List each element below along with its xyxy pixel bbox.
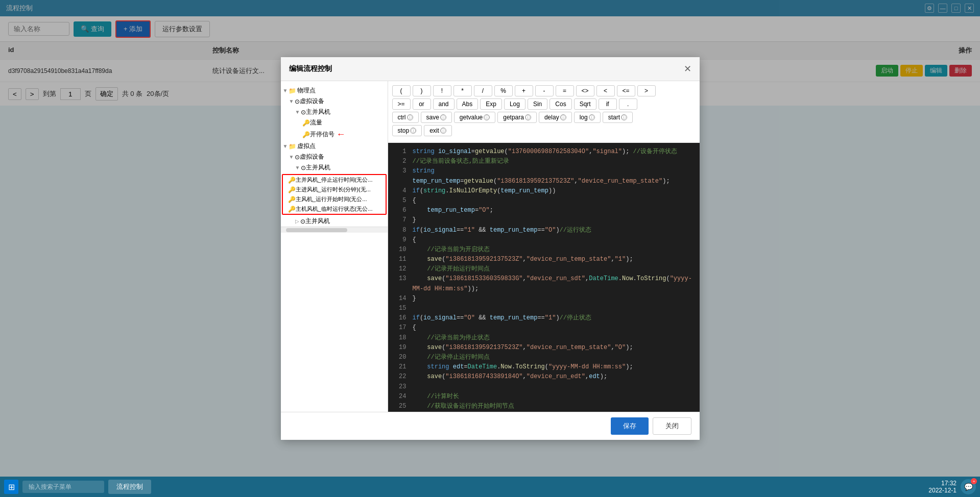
code-line: 19 save("i38618139592137523Z","device_ru… [388,343,700,353]
op-stop[interactable]: stop ⓘ [392,125,422,136]
op-sqrt[interactable]: Sqrt [574,98,596,110]
tree-item-physics[interactable]: ▼ 📁 物理点 [281,85,388,96]
op-plus[interactable]: + [515,85,533,96]
op-paren-open[interactable]: ( [392,85,411,96]
op-exp[interactable]: Exp [480,98,502,110]
op-greater-eq[interactable]: >= [392,98,411,110]
code-line: 14 } [388,294,700,304]
op-or[interactable]: or [413,98,431,110]
code-line: 17 { [388,323,700,333]
chat-button[interactable]: 💬 + [961,479,976,494]
op-save[interactable]: save ⓘ [421,112,452,123]
code-line: 9 { [388,235,700,245]
op-getvalue[interactable]: getvalue ⓘ [454,112,495,123]
tree-item-virtual-device[interactable]: ▼ ⊙ 虚拟设备 [281,96,388,107]
op-getpara[interactable]: getpara ⓘ [497,112,537,123]
info-icon: ⓘ [410,128,416,134]
tree-item-main-fan[interactable]: ▼ ⊙ 主并风机 [281,107,388,117]
code-line: 7 } [388,215,700,225]
info-icon: ⓘ [407,114,413,120]
windows-logo[interactable]: ⊞ [4,480,18,494]
tree-label: 主风机_运行开始时间(无公... [296,195,367,203]
tree-label: 主进风机_运行时长(分钟)(无... [296,186,371,193]
expand-icon: ▼ [289,154,294,160]
op-minus[interactable]: - [535,85,554,96]
code-line: 10 //记录当前为开启状态 [388,245,700,255]
tree-item-stop-signal[interactable]: 🔑 开停信号 ← [281,128,388,141]
tree-panel: ▼ 📁 物理点 ▼ ⊙ 虚拟设备 ▼ ⊙ 主并风机 🔑 流量 [281,81,388,412]
tree-label: 主并风机 [306,163,330,172]
taskbar-app-button[interactable]: 流程控制 [108,480,151,494]
date-display: 2022-12-1 [928,487,957,494]
op-abs[interactable]: Abs [457,98,479,110]
op-greater[interactable]: > [637,85,656,96]
modal-close-button[interactable]: ✕ [684,63,691,74]
code-line: 13 save("i38618153360359833G","device_ru… [388,274,700,293]
tree-label: 主并风机 [305,217,330,226]
op-delay[interactable]: delay ⓘ [539,112,572,123]
tree-item-stop-time[interactable]: 🔑 主并风机_停止运行时间(无公... [283,175,386,185]
taskbar-search-input[interactable] [22,481,104,493]
tree-item-run-start[interactable]: 🔑 主风机_运行开始时间(无公... [283,194,386,204]
op-multiply[interactable]: * [453,85,472,96]
op-equals[interactable]: = [556,85,574,96]
op-if[interactable]: if [599,98,617,110]
op-paren-close[interactable]: ) [413,85,431,96]
op-exit[interactable]: exit ⓘ [424,125,452,136]
op-modulo[interactable]: % [494,85,513,96]
info-icon: ⓘ [440,114,446,120]
op-dot[interactable]: . [619,98,637,110]
signal-icon: 🔑 [288,206,296,213]
signal-icon: 🔑 [302,119,310,127]
tree-scrollbar[interactable] [281,227,388,233]
op-ctrl[interactable]: ctrl ⓘ [392,112,419,123]
close-modal-button[interactable]: 关闭 [653,417,691,435]
code-line: 12 //记录开始运行时间点 [388,264,700,274]
tree-item-main-fan2[interactable]: ▼ ⊙ 主并风机 [281,162,388,173]
expand-icon: ▼ [289,98,294,104]
right-panel: ( ) ! * / % + - = <> < <= > [388,81,700,412]
scrollbar-thumb [286,228,347,232]
tree-item-temp-state[interactable]: 🔑 主机风机_临时运行状态(无公... [283,204,386,214]
tree-item-virtual-point[interactable]: ▼ 📁 虚拟点 [281,141,388,152]
op-cos[interactable]: Cos [549,98,571,110]
code-line: 11 save("i38618139592137523Z","device_ru… [388,255,700,264]
tree-label: 虚拟点 [297,142,316,151]
signal-icon: 🔑 [302,131,310,138]
op-sin[interactable]: Sin [528,98,547,110]
code-line: 15 [388,304,700,313]
tree-label: 主并风机_停止运行时间(无公... [296,176,373,184]
modal-footer: 保存 关闭 [281,412,700,440]
tree-item-run-duration[interactable]: 🔑 主进风机_运行时长(分钟)(无... [283,185,386,194]
op-start[interactable]: start ⓘ [603,112,633,123]
code-line: 2 //记录当前设备状态,防止重新记录 [388,157,700,166]
expand-icon: ▼ [283,88,288,93]
edit-modal: 编辑流程控制 ✕ ▼ 📁 物理点 ▼ ⊙ 虚拟设备 ▼ [281,57,700,440]
tree-item-flow[interactable]: 🔑 流量 [281,117,388,128]
device-icon: ⊙ [301,164,306,171]
time-display: 17:32 [928,480,957,487]
op-not[interactable]: ! [433,85,451,96]
save-button[interactable]: 保存 [611,417,649,435]
taskbar: ⊞ 流程控制 17:32 2022-12-1 💬 + [0,477,980,497]
tree-label: 流量 [310,118,322,127]
op-not-equal[interactable]: <> [576,85,594,96]
op-less-eq[interactable]: <= [617,85,635,96]
tree-label: 主并风机 [306,108,330,116]
expand-icon: ▷ [295,218,299,224]
tree-label: 虚拟设备 [300,97,324,106]
op-less[interactable]: < [596,85,615,96]
op-divide[interactable]: / [474,85,492,96]
op-log[interactable]: Log [504,98,525,110]
tree-item-virtual-device2[interactable]: ▼ ⊙ 虚拟设备 [281,152,388,162]
code-editor[interactable]: 1 string io_signal=getvalue("i3760006988… [388,143,700,412]
operator-row-4: stop ⓘ exit ⓘ [392,125,696,136]
op-log-fn[interactable]: log ⓘ [574,112,601,123]
tree-item-main-fan3[interactable]: ▷ ⊙ 主并风机 [281,216,388,227]
code-line: 22 save("i38618168743389184O","device_ru… [388,372,700,382]
operator-row-1: ( ) ! * / % + - = <> < <= > [392,85,696,96]
tree-label: 物理点 [297,86,316,95]
op-and[interactable]: and [433,98,455,110]
code-line: 26 string sdt=getvalue("i386181533603598… [388,411,700,412]
modal-title: 编辑流程控制 [289,64,332,73]
